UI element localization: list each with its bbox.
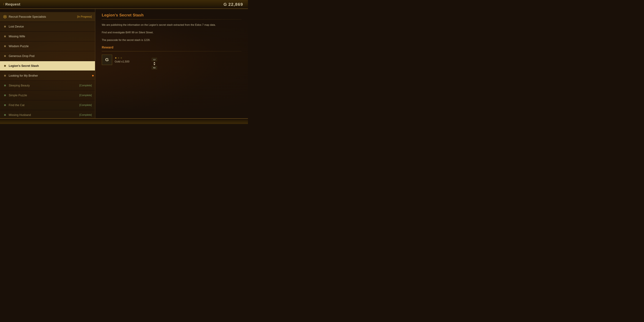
quest-item-recruit-passcode[interactable]: Recruit Passcode Specialists [In Progres… — [0, 12, 95, 22]
scroll-down-arrow-icon — [154, 64, 155, 65]
quest-item-sleeping-beauty[interactable]: Sleeping Beauty [Complete] — [0, 81, 95, 90]
detail-description-3: The passcode for the secret stash is 122… — [102, 38, 242, 42]
reward-info: ★ ★ ★ Gold x1,500 — [115, 56, 130, 63]
svg-point-1 — [4, 16, 6, 17]
currency-amount: 22,869 — [228, 2, 243, 7]
quest-name-legions-secret-stash: Legion's Secret Stash — [9, 64, 92, 68]
quest-item-simple-puzzle[interactable]: Simple Puzzle [Complete] — [0, 91, 95, 100]
detail-divider-top — [102, 19, 242, 20]
quest-bullet-generous-drop-pod — [3, 54, 7, 58]
title-area: / Request — [3, 2, 20, 6]
quest-item-missing-husband[interactable]: Missing Husband [Complete] — [0, 110, 95, 118]
quest-list: Recruit Passcode Specialists [In Progres… — [0, 9, 95, 118]
quest-bullet-wisdom-puzzle — [3, 44, 7, 48]
reward-stars: ★ ★ ★ — [115, 56, 130, 60]
quest-item-looking-for-my-brother[interactable]: Looking for My Brother — [0, 71, 95, 80]
main-content: Recruit Passcode Specialists [In Progres… — [0, 9, 248, 118]
detail-title: Legion's Secret Stash — [102, 13, 242, 18]
quest-bullet-looking-for-my-brother — [3, 74, 7, 78]
quest-status-missing-husband: [Complete] — [79, 114, 92, 116]
reward-title: Reward — [102, 46, 242, 49]
currency-display: G 22,869 — [224, 2, 243, 7]
bottom-border — [0, 118, 248, 124]
header-bar: / Request G 22,869 — [0, 0, 248, 9]
detail-description-1: We are publishing the information on the… — [102, 23, 242, 27]
quest-bullet-lost-device — [3, 25, 7, 28]
scroll-up-button[interactable]: L2 — [152, 58, 157, 61]
currency-icon: G — [224, 2, 227, 7]
quest-bullet-missing-husband — [3, 113, 7, 117]
scroll-down-label: R2 — [153, 67, 156, 69]
reward-item: G ★ ★ ★ Gold x1,500 — [102, 54, 242, 65]
quest-bullet-simple-puzzle — [3, 94, 7, 97]
quest-bullet-missing-wife — [3, 34, 7, 38]
quest-name-missing-husband: Missing Husband — [9, 113, 79, 117]
reward-icon-box: G — [102, 54, 112, 65]
quest-icon-hex — [3, 15, 7, 18]
scroll-down-button[interactable]: R2 — [152, 66, 157, 70]
quest-item-find-the-cat[interactable]: Find the Cat [Complete] — [0, 100, 95, 110]
title-slash: / — [3, 2, 4, 6]
quest-item-legions-secret-stash[interactable]: Legion's Secret Stash — [0, 61, 95, 70]
quest-bullet-legions-secret-stash — [3, 64, 7, 68]
quest-name-recruit-passcode: Recruit Passcode Specialists — [9, 15, 77, 18]
new-quest-dot — [92, 75, 94, 76]
quest-item-missing-wife[interactable]: Missing Wife — [0, 32, 95, 41]
scroll-controls: L2 R2 — [152, 58, 157, 70]
quest-name-generous-drop-pod: Generous Drop Pod — [9, 54, 92, 58]
quest-name-missing-wife: Missing Wife — [9, 35, 92, 38]
star-1: ★ — [115, 56, 117, 60]
star-3: ★ — [120, 56, 122, 60]
reward-label: Gold x1,500 — [115, 60, 130, 63]
detail-description-2: Find and investigate BAR 99 on Silent St… — [102, 30, 242, 34]
quest-status-simple-puzzle: [Complete] — [79, 94, 92, 97]
quest-name-sleeping-beauty: Sleeping Beauty — [9, 84, 79, 87]
quest-status-find-the-cat: [Complete] — [79, 104, 92, 106]
quest-item-generous-drop-pod[interactable]: Generous Drop Pod — [0, 51, 95, 61]
star-2: ★ — [117, 56, 120, 60]
quest-item-wisdom-puzzle[interactable]: Wisdom Puzzle — [0, 42, 95, 51]
quest-status-sleeping-beauty: [Complete] — [79, 84, 92, 87]
quest-bullet-find-the-cat — [3, 103, 7, 107]
quest-name-simple-puzzle: Simple Puzzle — [9, 94, 79, 97]
quest-bullet-sleeping-beauty — [3, 84, 7, 87]
quest-status-recruit-passcode: [In Progress] — [77, 15, 92, 18]
scroll-up-arrow-icon — [154, 62, 155, 63]
quest-name-lost-device: Lost Device — [9, 25, 92, 28]
quest-name-find-the-cat: Find the Cat — [9, 104, 79, 107]
detail-panel: Legion's Secret Stash We are publishing … — [95, 9, 248, 118]
scroll-up-label: L2 — [154, 58, 156, 60]
quest-item-lost-device[interactable]: Lost Device — [0, 22, 95, 31]
page-title: Request — [5, 2, 20, 6]
quest-name-looking-for-my-brother: Looking for My Brother — [9, 74, 92, 78]
quest-name-wisdom-puzzle: Wisdom Puzzle — [9, 44, 92, 48]
reward-icon-letter: G — [105, 57, 109, 62]
